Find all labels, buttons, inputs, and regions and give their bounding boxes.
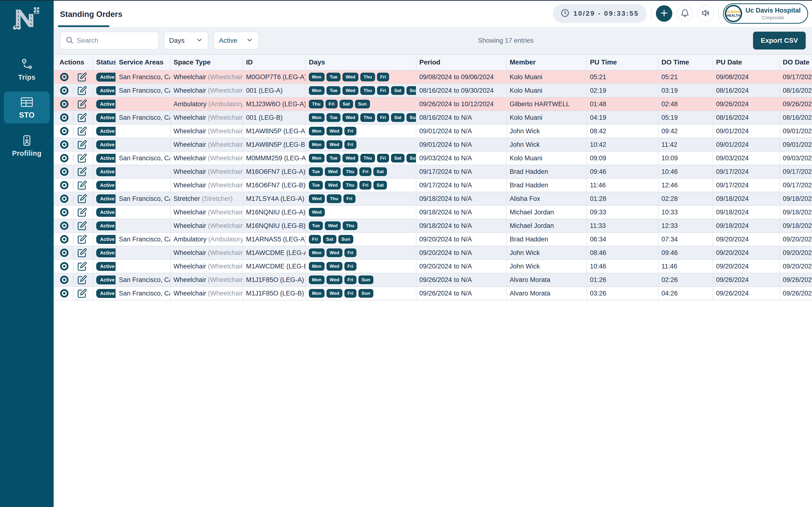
notifications-button[interactable] xyxy=(677,5,693,22)
status-cell: Active xyxy=(93,287,116,300)
edit-button[interactable] xyxy=(77,126,87,136)
edit-button[interactable] xyxy=(77,248,87,258)
view-button[interactable] xyxy=(59,207,69,217)
export-csv-button[interactable]: Export CSV xyxy=(753,32,806,50)
edit-button[interactable] xyxy=(77,194,87,204)
edit-button[interactable] xyxy=(77,221,87,231)
col-do-date: DO Date xyxy=(779,54,812,70)
view-button[interactable] xyxy=(59,86,69,95)
space-type-cell: Wheelchair (Wheelchair) xyxy=(170,111,243,124)
period-cell: 09/17/2024 to N/A xyxy=(416,165,507,178)
view-button[interactable] xyxy=(59,194,69,204)
edit-button[interactable] xyxy=(77,275,87,285)
do-time-cell: 04:26 xyxy=(658,287,713,300)
search-box[interactable] xyxy=(60,32,158,50)
edit-button[interactable] xyxy=(77,86,87,95)
chevron-down-icon xyxy=(246,37,253,45)
edit-button[interactable] xyxy=(77,72,87,82)
view-button[interactable] xyxy=(59,221,69,231)
sidebar-item-profiling[interactable]: Profiling xyxy=(4,130,50,161)
day-pill: Sat xyxy=(391,86,405,95)
status-cell: Active xyxy=(93,70,116,84)
edit-button[interactable] xyxy=(77,288,87,298)
edit-button[interactable] xyxy=(77,99,87,109)
view-button[interactable] xyxy=(59,113,69,122)
period-cell: 09/20/2024 to N/A xyxy=(416,246,507,260)
service-area-cell: San Francisco, CA xyxy=(116,151,170,165)
id-cell: M1AWCDME (LEG-B) xyxy=(243,260,306,273)
add-button[interactable] xyxy=(656,5,672,22)
search-input[interactable] xyxy=(77,37,153,44)
view-button[interactable] xyxy=(59,72,69,82)
col-id: ID xyxy=(243,54,306,70)
pu-time-cell: 01:28 xyxy=(587,192,658,206)
edit-button[interactable] xyxy=(77,140,87,150)
status-filter-dropdown[interactable]: Active xyxy=(214,32,259,50)
tab-standing-orders[interactable]: Standing Orders xyxy=(60,10,122,19)
view-button[interactable] xyxy=(59,180,69,190)
pu-time-cell: 08:46 xyxy=(587,246,658,260)
col-service-areas: Service Areas xyxy=(116,54,170,70)
do-time-cell: 05:21 xyxy=(658,70,713,84)
status-cell: Active xyxy=(93,206,116,219)
period-cell: 09/03/2024 to N/A xyxy=(416,151,507,165)
pu-date-cell: 08/16/2024 xyxy=(713,111,779,124)
view-button[interactable] xyxy=(59,140,69,150)
period-cell: 09/26/2024 to N/A xyxy=(416,287,507,300)
pu-time-cell: 09:46 xyxy=(587,165,658,178)
period-cell: 09/17/2024 to N/A xyxy=(416,178,507,192)
col-period: Period xyxy=(416,54,507,70)
orders-table-container: Actions Status Service Areas Space Type … xyxy=(54,54,812,507)
actions-divider xyxy=(73,181,73,189)
edit-button[interactable] xyxy=(77,207,87,217)
view-button[interactable] xyxy=(59,153,69,163)
status-badge: Active xyxy=(96,276,116,284)
actions-cell xyxy=(54,219,93,232)
actions-divider xyxy=(73,73,73,81)
member-cell: Brad Hadden xyxy=(507,165,587,178)
period-cell: 09/01/2024 to N/A xyxy=(416,138,507,151)
edit-button[interactable] xyxy=(77,262,87,271)
pu-date-cell: 09/18/2024 xyxy=(713,192,779,206)
days-cell: MonWedFri xyxy=(306,246,416,260)
view-button[interactable] xyxy=(59,288,69,298)
view-button[interactable] xyxy=(59,248,69,258)
period-cell: 09/26/2024 to 10/12/2024 xyxy=(416,97,507,111)
edit-button[interactable] xyxy=(77,167,87,176)
space-type-cell: Wheelchair (Wheelchair) xyxy=(170,273,243,287)
pu-time-cell: 02:19 xyxy=(587,84,658,97)
day-pill: Sat xyxy=(340,100,353,108)
plus-icon xyxy=(660,9,668,18)
edit-button[interactable] xyxy=(77,180,87,190)
edit-button[interactable] xyxy=(77,153,87,163)
pu-date-cell: 08/16/2024 xyxy=(713,84,779,97)
view-button[interactable] xyxy=(59,126,69,136)
pu-date-cell: 09/01/2024 xyxy=(713,124,779,138)
route-pins-icon xyxy=(20,58,33,70)
pu-time-cell: 06:34 xyxy=(587,232,658,246)
org-switcher[interactable]: UCDAVIS HEALTH Uc Davis Hospital Corpora… xyxy=(723,3,808,24)
member-cell: John Wick xyxy=(507,124,587,138)
status-cell: Active xyxy=(93,165,116,178)
period-cell: 08/16/2024 to N/A xyxy=(416,111,507,124)
view-button[interactable] xyxy=(59,234,69,244)
day-pill: Thu xyxy=(343,167,357,176)
days-filter-dropdown[interactable]: Days xyxy=(164,32,208,50)
view-button[interactable] xyxy=(59,262,69,271)
view-button[interactable] xyxy=(59,275,69,285)
sidebar-item-sto[interactable]: STO xyxy=(4,92,50,123)
day-pill: Sun xyxy=(406,113,416,122)
sound-button[interactable] xyxy=(698,5,714,22)
view-button[interactable] xyxy=(59,99,69,109)
view-button[interactable] xyxy=(59,167,69,176)
col-do-time: DO Time xyxy=(658,54,713,70)
day-pill: Sat xyxy=(391,113,405,122)
edit-button[interactable] xyxy=(77,234,87,244)
days-cell: MonTueWedThuFriSatSun xyxy=(306,151,416,165)
pu-time-cell: 08:42 xyxy=(587,124,658,138)
actions-divider xyxy=(73,100,73,108)
pu-time-cell: 09:33 xyxy=(587,206,658,219)
edit-button[interactable] xyxy=(77,113,87,122)
member-cell: John Wick xyxy=(507,260,587,273)
sidebar-item-trips[interactable]: Trips xyxy=(4,53,50,85)
